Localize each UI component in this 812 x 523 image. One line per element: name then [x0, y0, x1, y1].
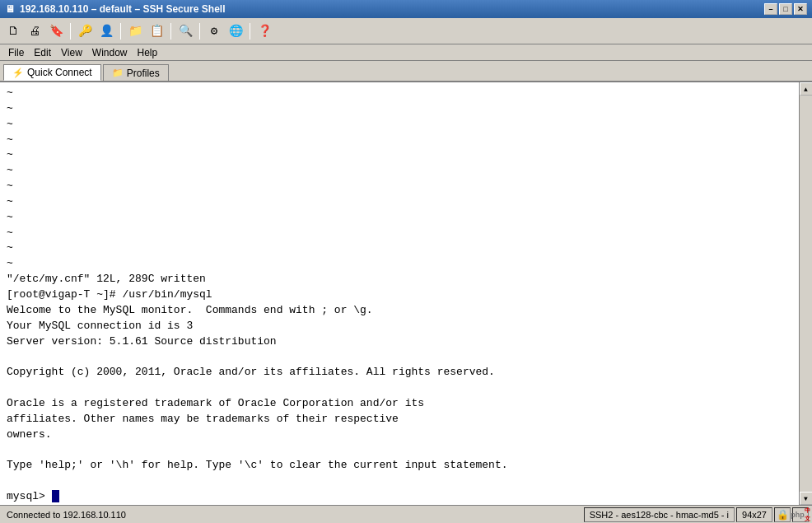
status-php-icon: php中文 [792, 507, 809, 522]
toolbar-button12[interactable]: 🌐 [226, 21, 245, 41]
scroll-up-arrow[interactable]: ▲ [800, 82, 813, 96]
status-connection: Connected to 192.168.10.110 [3, 510, 584, 520]
monitor-icon: 🖥 [5, 3, 15, 15]
menu-help[interactable]: Help [133, 46, 163, 59]
scroll-down-arrow[interactable]: ▼ [800, 492, 813, 505]
tabbar: ⚡ Quick Connect 📁 Profiles [0, 61, 812, 82]
menu-window[interactable]: Window [87, 46, 133, 59]
minimize-button[interactable]: – [764, 3, 777, 15]
settings-button[interactable]: ⚙ [204, 21, 224, 41]
status-lock-icon: 🔒 [774, 507, 791, 522]
print-button[interactable]: 🖨 [25, 21, 44, 41]
tab-quick-connect-label: Quick Connect [27, 67, 92, 78]
toolbar-button3[interactable]: 🔖 [46, 21, 66, 41]
new-connection-button[interactable]: 🗋 [3, 21, 23, 41]
quick-connect-icon: ⚡ [12, 68, 24, 78]
title-bar: 🖥 192.168.10.110 – default – SSH Secure … [0, 0, 812, 18]
help-button[interactable]: ❓ [254, 21, 274, 41]
separator-1 [70, 23, 71, 40]
status-encryption: SSH2 - aes128-cbc - hmac-md5 - i [584, 507, 735, 522]
statusbar: Connected to 192.168.10.110 SSH2 - aes12… [0, 505, 812, 523]
toolbar: 🗋 🖨 🔖 🔑 👤 📁 📋 🔍 ⚙ 🌐 ❓ [0, 18, 812, 44]
terminal-cursor [52, 490, 59, 502]
terminal[interactable]: ~ ~ ~ ~ ~ ~ ~ ~ ~ ~ ~ ~ "/etc/my.cnf" 12… [0, 82, 799, 505]
menu-edit[interactable]: Edit [29, 46, 56, 59]
maximize-button[interactable]: □ [779, 3, 792, 15]
tab-profiles-label: Profiles [127, 68, 160, 79]
tab-profiles[interactable]: 📁 Profiles [103, 64, 169, 81]
separator-4 [199, 23, 200, 40]
scroll-track[interactable] [800, 96, 813, 492]
menu-file[interactable]: File [3, 46, 29, 59]
close-button[interactable]: ✕ [794, 3, 807, 15]
separator-2 [120, 23, 121, 40]
menubar: File Edit View Window Help [0, 44, 812, 61]
separator-3 [170, 23, 171, 40]
find-button[interactable]: 🔍 [175, 21, 195, 41]
status-size: 94x27 [736, 507, 772, 522]
window-title: 192.168.10.110 – default – SSH Secure Sh… [20, 3, 225, 15]
terminal-wrapper: ~ ~ ~ ~ ~ ~ ~ ~ ~ ~ ~ ~ "/etc/my.cnf" 12… [0, 82, 812, 505]
key-button[interactable]: 🔑 [75, 21, 95, 41]
scrollbar[interactable]: ▲ ▼ [799, 82, 812, 505]
toolbar-button5[interactable]: 👤 [96, 21, 116, 41]
menu-view[interactable]: View [56, 46, 87, 59]
file-transfer-button[interactable]: 📁 [125, 21, 145, 41]
profiles-icon: 📁 [112, 68, 124, 78]
separator-5 [250, 23, 250, 40]
copy-files-button[interactable]: 📋 [147, 21, 166, 41]
tab-quick-connect[interactable]: ⚡ Quick Connect [3, 64, 101, 81]
